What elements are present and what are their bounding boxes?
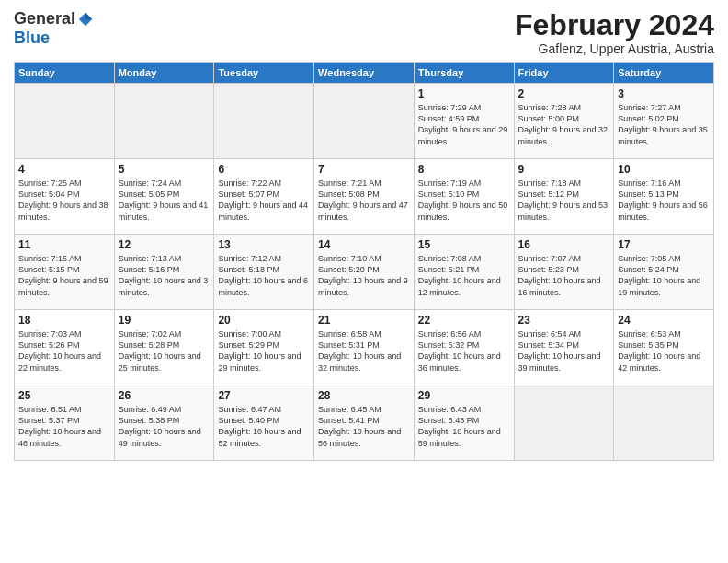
calendar-cell: 16Sunrise: 7:07 AM Sunset: 5:23 PM Dayli…: [514, 235, 614, 310]
calendar-cell: 7Sunrise: 7:21 AM Sunset: 5:08 PM Daylig…: [314, 159, 415, 235]
day-info: Sunrise: 7:10 AM Sunset: 5:20 PM Dayligh…: [318, 253, 410, 298]
day-number: 22: [418, 314, 510, 327]
calendar-cell: 29Sunrise: 6:43 AM Sunset: 5:43 PM Dayli…: [414, 385, 514, 461]
day-info: Sunrise: 6:43 AM Sunset: 5:43 PM Dayligh…: [418, 404, 510, 449]
calendar-cell: 3Sunrise: 7:27 AM Sunset: 5:02 PM Daylig…: [614, 84, 714, 159]
calendar-cell: 5Sunrise: 7:24 AM Sunset: 5:05 PM Daylig…: [114, 159, 214, 235]
day-number: 7: [318, 163, 410, 176]
header-wednesday: Wednesday: [314, 63, 415, 84]
calendar-cell: 2Sunrise: 7:28 AM Sunset: 5:00 PM Daylig…: [514, 84, 614, 159]
calendar-cell: 6Sunrise: 7:22 AM Sunset: 5:07 PM Daylig…: [214, 159, 314, 235]
header-thursday: Thursday: [414, 63, 514, 84]
subtitle: Gaflenz, Upper Austria, Austria: [515, 41, 714, 56]
day-info: Sunrise: 6:56 AM Sunset: 5:32 PM Dayligh…: [418, 328, 510, 373]
header-sunday: Sunday: [15, 63, 115, 84]
day-number: 17: [618, 238, 710, 251]
day-number: 28: [318, 389, 410, 402]
day-info: Sunrise: 7:24 AM Sunset: 5:05 PM Dayligh…: [119, 178, 210, 223]
day-info: Sunrise: 7:07 AM Sunset: 5:23 PM Dayligh…: [518, 253, 610, 298]
day-number: 12: [119, 238, 210, 251]
day-number: 25: [18, 389, 110, 402]
day-info: Sunrise: 7:21 AM Sunset: 5:08 PM Dayligh…: [318, 178, 410, 223]
day-info: Sunrise: 7:08 AM Sunset: 5:21 PM Dayligh…: [418, 253, 510, 298]
day-number: 1: [418, 87, 510, 100]
day-info: Sunrise: 6:45 AM Sunset: 5:41 PM Dayligh…: [318, 404, 410, 449]
calendar-week-row-3: 11Sunrise: 7:15 AM Sunset: 5:15 PM Dayli…: [15, 235, 714, 310]
day-info: Sunrise: 7:03 AM Sunset: 5:26 PM Dayligh…: [18, 328, 110, 373]
day-number: 13: [218, 238, 310, 251]
calendar-cell: [314, 84, 415, 159]
weekday-header-row: Sunday Monday Tuesday Wednesday Thursday…: [15, 63, 714, 84]
calendar-week-row-1: 1Sunrise: 7:29 AM Sunset: 4:59 PM Daylig…: [15, 84, 714, 159]
calendar-cell: 25Sunrise: 6:51 AM Sunset: 5:37 PM Dayli…: [15, 385, 115, 461]
logo: General Blue: [14, 9, 94, 48]
calendar-cell: 1Sunrise: 7:29 AM Sunset: 4:59 PM Daylig…: [414, 84, 514, 159]
day-number: 4: [18, 163, 110, 176]
calendar-cell: 9Sunrise: 7:18 AM Sunset: 5:12 PM Daylig…: [514, 159, 614, 235]
calendar-week-row-2: 4Sunrise: 7:25 AM Sunset: 5:04 PM Daylig…: [15, 159, 714, 235]
header-friday: Friday: [514, 63, 614, 84]
day-number: 29: [418, 389, 510, 402]
day-number: 2: [518, 87, 610, 100]
svg-marker-1: [85, 12, 92, 18]
day-number: 26: [119, 389, 210, 402]
day-info: Sunrise: 7:05 AM Sunset: 5:24 PM Dayligh…: [618, 253, 710, 298]
calendar-cell: [514, 385, 614, 461]
calendar-cell: 17Sunrise: 7:05 AM Sunset: 5:24 PM Dayli…: [614, 235, 714, 310]
calendar-week-row-4: 18Sunrise: 7:03 AM Sunset: 5:26 PM Dayli…: [15, 310, 714, 385]
day-info: Sunrise: 6:58 AM Sunset: 5:31 PM Dayligh…: [318, 328, 410, 373]
calendar-cell: [114, 84, 214, 159]
day-number: 3: [618, 87, 710, 100]
day-info: Sunrise: 6:47 AM Sunset: 5:40 PM Dayligh…: [218, 404, 310, 449]
calendar-cell: 24Sunrise: 6:53 AM Sunset: 5:35 PM Dayli…: [614, 310, 714, 385]
day-info: Sunrise: 7:02 AM Sunset: 5:28 PM Dayligh…: [119, 328, 210, 373]
title-block: February 2024 Gaflenz, Upper Austria, Au…: [515, 9, 714, 56]
day-number: 21: [318, 314, 410, 327]
day-number: 16: [518, 238, 610, 251]
calendar-cell: 19Sunrise: 7:02 AM Sunset: 5:28 PM Dayli…: [114, 310, 214, 385]
day-info: Sunrise: 7:22 AM Sunset: 5:07 PM Dayligh…: [218, 178, 310, 223]
day-info: Sunrise: 7:18 AM Sunset: 5:12 PM Dayligh…: [518, 178, 610, 223]
header-saturday: Saturday: [614, 63, 714, 84]
day-number: 11: [18, 238, 110, 251]
day-number: 8: [418, 163, 510, 176]
calendar-cell: 18Sunrise: 7:03 AM Sunset: 5:26 PM Dayli…: [15, 310, 115, 385]
calendar-cell: 14Sunrise: 7:10 AM Sunset: 5:20 PM Dayli…: [314, 235, 415, 310]
header-tuesday: Tuesday: [214, 63, 314, 84]
day-info: Sunrise: 6:51 AM Sunset: 5:37 PM Dayligh…: [18, 404, 110, 449]
day-info: Sunrise: 6:49 AM Sunset: 5:38 PM Dayligh…: [119, 404, 210, 449]
calendar-cell: 8Sunrise: 7:19 AM Sunset: 5:10 PM Daylig…: [414, 159, 514, 235]
day-number: 15: [418, 238, 510, 251]
calendar-cell: 26Sunrise: 6:49 AM Sunset: 5:38 PM Dayli…: [114, 385, 214, 461]
day-number: 5: [119, 163, 210, 176]
day-number: 10: [618, 163, 710, 176]
calendar-cell: [214, 84, 314, 159]
day-info: Sunrise: 6:54 AM Sunset: 5:34 PM Dayligh…: [518, 328, 610, 373]
day-number: 6: [218, 163, 310, 176]
calendar-cell: [15, 84, 115, 159]
calendar-cell: 27Sunrise: 6:47 AM Sunset: 5:40 PM Dayli…: [214, 385, 314, 461]
calendar-week-row-5: 25Sunrise: 6:51 AM Sunset: 5:37 PM Dayli…: [15, 385, 714, 461]
calendar-cell: 20Sunrise: 7:00 AM Sunset: 5:29 PM Dayli…: [214, 310, 314, 385]
day-info: Sunrise: 7:13 AM Sunset: 5:16 PM Dayligh…: [119, 253, 210, 298]
day-info: Sunrise: 7:28 AM Sunset: 5:00 PM Dayligh…: [518, 102, 610, 147]
header-monday: Monday: [114, 63, 214, 84]
day-number: 9: [518, 163, 610, 176]
header: General Blue February 2024 Gaflenz, Uppe…: [14, 9, 714, 56]
day-number: 19: [119, 314, 210, 327]
logo-general: General: [14, 9, 75, 29]
calendar-cell: 11Sunrise: 7:15 AM Sunset: 5:15 PM Dayli…: [15, 235, 115, 310]
day-info: Sunrise: 7:12 AM Sunset: 5:18 PM Dayligh…: [218, 253, 310, 298]
day-number: 23: [518, 314, 610, 327]
day-info: Sunrise: 7:15 AM Sunset: 5:15 PM Dayligh…: [18, 253, 110, 298]
calendar-cell: 22Sunrise: 6:56 AM Sunset: 5:32 PM Dayli…: [414, 310, 514, 385]
page: General Blue February 2024 Gaflenz, Uppe…: [0, 0, 728, 563]
day-number: 27: [218, 389, 310, 402]
calendar-cell: 28Sunrise: 6:45 AM Sunset: 5:41 PM Dayli…: [314, 385, 415, 461]
day-number: 20: [218, 314, 310, 327]
day-number: 24: [618, 314, 710, 327]
day-info: Sunrise: 7:00 AM Sunset: 5:29 PM Dayligh…: [218, 328, 310, 373]
day-info: Sunrise: 7:29 AM Sunset: 4:59 PM Dayligh…: [418, 102, 510, 147]
calendar-cell: [614, 385, 714, 461]
main-title: February 2024: [515, 9, 714, 41]
